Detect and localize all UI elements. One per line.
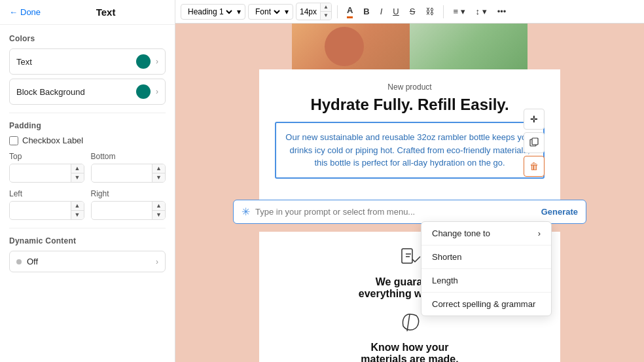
dropdown-tone-label: Change tone to [432,228,490,238]
colors-section-label: Colors [9,34,166,43]
font-select[interactable]: Font [253,7,282,17]
chevron-right-icon: › [156,57,158,66]
svg-line-5 [407,314,410,331]
top-label: Top [9,152,84,161]
bottom-label: Bottom [91,152,166,161]
align-btn[interactable]: ≡ ▾ [449,4,469,19]
bottom-down-btn[interactable]: ▼ [152,173,165,182]
underline-btn[interactable]: U [389,4,402,19]
back-button[interactable]: ← Done [9,7,41,17]
product-images [292,24,528,69]
product-circle [325,27,364,66]
divider-2 [9,228,166,228]
bottom-input[interactable]: 12px [92,165,152,181]
checkbox-row[interactable]: Checkbox Label [9,136,166,145]
top-input[interactable]: 12px [10,165,71,181]
left-panel: ← Done Text Colors Text › Block Backgrou… [0,0,175,362]
left-input[interactable]: 12px [10,202,71,219]
italic-btn[interactable]: I [376,4,387,19]
dynamic-section-label: Dynamic Content [9,236,166,245]
spacing-btn[interactable]: ↕ ▾ [472,4,491,19]
checkbox-input[interactable] [9,136,18,145]
delete-button[interactable]: 🗑 [524,156,545,177]
move-button[interactable]: ✛ [524,109,545,130]
left-spinner[interactable]: 12px ▲ ▼ [9,201,84,220]
left-up-btn[interactable]: ▲ [71,202,84,211]
svg-rect-1 [532,138,538,145]
dynamic-row[interactable]: Off › [9,251,166,272]
padding-left-col: Left 12px ▲ ▼ [9,189,84,220]
divider-1 [9,113,166,113]
dropdown-item-spelling[interactable]: Correct spelling & grammar [421,293,551,316]
left-down-btn[interactable]: ▼ [71,211,84,219]
font-select-wrapper[interactable]: Font ▾ [248,4,293,20]
panel-header: ← Done Text [0,0,175,25]
color-text-label: Text [16,57,136,67]
right-down-btn[interactable]: ▼ [152,211,165,219]
padding-top-bottom-row: Top 12px ▲ ▼ Bottom 12px ▲ ▼ [9,152,166,183]
link-icon: ⛓ [425,7,434,16]
bold-btn[interactable]: B [359,4,373,19]
top-spinner[interactable]: 12px ▲ ▼ [9,164,84,183]
left-label: Left [9,189,84,198]
guarantee-icon [397,245,423,271]
font-size-input[interactable] [296,5,320,18]
color-row-background[interactable]: Block Background › [9,79,166,105]
link-btn[interactable]: ⛓ [421,4,438,19]
font-color-btn[interactable]: A [343,3,357,21]
materials-heading-1: Know how your [272,342,547,353]
chevron-right-icon-2: › [156,87,158,96]
new-product-label: New product [275,82,545,92]
font-chevron-icon: ▾ [285,7,289,16]
content-block: New product Hydrate Fully. Refill Easily… [259,69,560,200]
product-heading: Hydrate Fully. Refill Easily. [275,96,545,114]
dropdown-item-tone[interactable]: Change tone to › [421,222,551,245]
font-size-up-btn[interactable]: ▲ [321,3,331,12]
more-btn[interactable]: ••• [493,4,510,19]
top-up-btn[interactable]: ▲ [71,164,84,173]
dropdown-item-length[interactable]: Length [421,269,551,292]
svg-rect-2 [402,249,412,263]
font-size-down-btn[interactable]: ▼ [321,12,331,20]
generate-button[interactable]: Generate [541,207,578,217]
product-desc: Our new sustainable and reusable 32oz ra… [284,131,535,170]
right-label: Right [91,189,166,198]
right-up-btn[interactable]: ▲ [152,202,165,211]
panel-content: Colors Text › Block Background › Padding… [0,25,175,362]
ai-dropdown-menu: Change tone to › Shorten Length Correct … [421,221,552,316]
ai-prompt-bar[interactable]: ✳ Generate [233,200,586,224]
panel-title: Text [96,7,116,18]
checkbox-label: Checkbox Label [22,136,83,145]
ai-prompt-input[interactable] [255,207,541,217]
color-bg-swatch [136,84,151,99]
ai-star-icon: ✳ [241,206,250,218]
dropdown-shorten-label: Shorten [432,252,462,262]
materials-heading-2: materials are made. [272,353,547,363]
product-img-left [292,24,410,69]
copy-icon [529,137,539,149]
dropdown-spelling-label: Correct spelling & grammar [432,299,535,309]
dropdown-item-shorten[interactable]: Shorten [421,245,551,268]
color-row-text[interactable]: Text › [9,48,166,75]
leaf-icon [397,310,423,336]
font-size-spinner-btns: ▲ ▼ [320,3,331,19]
heading-select[interactable]: Heading 1 Heading 2 Heading 3 [185,7,234,17]
strikethrough-btn[interactable]: S [406,4,420,19]
canvas-wrapper: New product Hydrate Fully. Refill Easily… [175,24,644,362]
font-size-wrapper[interactable]: ▲ ▼ [296,3,332,20]
back-label: Done [20,7,41,17]
right-input[interactable]: 12px [92,202,152,219]
top-down-btn[interactable]: ▼ [71,173,84,182]
copy-button[interactable] [524,132,545,153]
heading-select-wrapper[interactable]: Heading 1 Heading 2 Heading 3 ▾ [181,4,245,20]
padding-right-col: Right 12px ▲ ▼ [91,189,166,220]
dropdown-length-label: Length [432,276,458,285]
dynamic-dot [16,259,22,264]
right-spinner[interactable]: 12px ▲ ▼ [91,201,166,220]
left-spinner-btns: ▲ ▼ [71,202,84,219]
spacing-icon: ↕ ▾ [476,7,487,16]
bottom-up-btn[interactable]: ▲ [152,164,165,173]
toolbar-divider-1 [337,5,338,18]
bottom-spinner[interactable]: 12px ▲ ▼ [91,164,166,183]
product-desc-box[interactable]: Our new sustainable and reusable 32oz ra… [275,122,545,179]
